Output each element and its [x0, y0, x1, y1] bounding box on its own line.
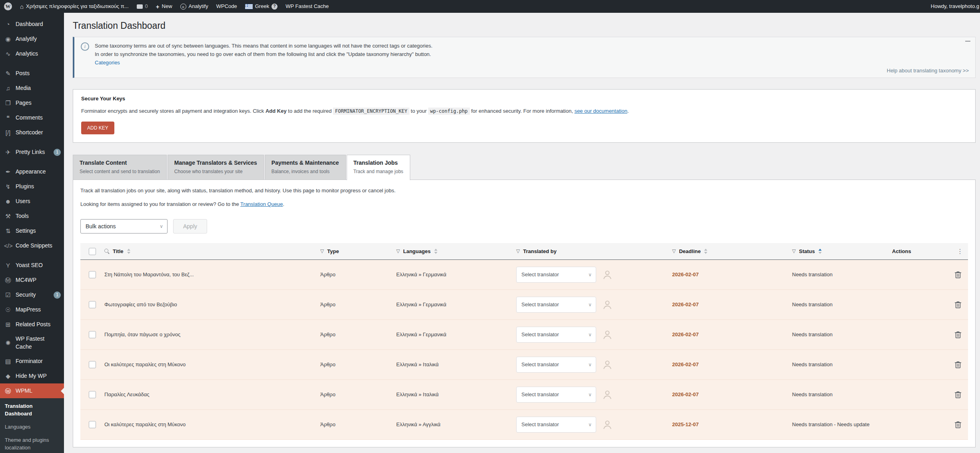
- select-translator-dropdown[interactable]: Select translator ∨: [516, 357, 596, 373]
- select-translator-dropdown[interactable]: Select translator ∨: [516, 267, 596, 283]
- bulk-actions-select[interactable]: Bulk actions ∨: [80, 219, 168, 233]
- sort-up-icon[interactable]: [704, 249, 707, 251]
- sidebar-item-analytify[interactable]: ◉ Analytify: [0, 32, 64, 46]
- sidebar-item-posts[interactable]: ✎ Posts: [0, 66, 64, 81]
- sort-down-icon[interactable]: [704, 252, 707, 254]
- tab-translation-jobs[interactable]: Translation Jobs Track and manage jobs: [347, 155, 410, 180]
- assign-translator-button[interactable]: [601, 418, 614, 431]
- row-checkbox[interactable]: [89, 361, 96, 368]
- sort-up-icon[interactable]: [818, 249, 822, 251]
- row-checkbox[interactable]: [89, 301, 96, 308]
- column-header-status[interactable]: ▽ Status: [792, 248, 892, 255]
- wpcode-menu[interactable]: WPCode: [212, 0, 241, 13]
- column-header-type[interactable]: ▽ Type: [320, 248, 396, 255]
- sidebar-item-code-snippets[interactable]: </> Code Snippets: [0, 238, 64, 253]
- wp-logo-menu[interactable]: W: [0, 0, 16, 13]
- sort-down-icon[interactable]: [127, 252, 130, 254]
- sidebar-item-settings[interactable]: ⇅ Settings: [0, 224, 64, 238]
- translation-queue-link[interactable]: Translation Queue: [240, 201, 283, 207]
- delete-job-button[interactable]: [954, 300, 962, 309]
- tab-manage-translators-services[interactable]: Manage Translators & Services Choose who…: [168, 155, 264, 180]
- new-content-menu[interactable]: + New: [152, 0, 176, 13]
- search-icon[interactable]: [104, 249, 110, 254]
- sidebar-item-shortcoder[interactable]: [/] Shortcoder: [0, 125, 64, 140]
- add-key-button[interactable]: ADD KEY: [81, 122, 114, 134]
- site-name-menu[interactable]: ⌂ Χρήσιμες πληροφορίες για ταξιδιωτικούς…: [16, 0, 133, 13]
- job-title: Στη Νάπολη του Μαραντόνα, του Βεζ...: [104, 271, 320, 278]
- submenu-item-theme-and-plugins-localization[interactable]: Theme and plugins localization: [0, 434, 64, 453]
- sidebar-item-appearance[interactable]: ✒ Appearance: [0, 164, 64, 179]
- select-translator-dropdown[interactable]: Select translator ∨: [516, 297, 596, 313]
- sidebar-item-media[interactable]: ♫ Media: [0, 81, 64, 96]
- select-translator-dropdown[interactable]: Select translator ∨: [516, 417, 596, 433]
- row-checkbox[interactable]: [89, 331, 96, 338]
- sidebar-item-hide-my-wp[interactable]: ◆ Hide My WP: [0, 369, 64, 383]
- categories-link[interactable]: Categories: [95, 59, 120, 66]
- filter-funnel-icon[interactable]: ▽: [792, 248, 796, 255]
- row-checkbox[interactable]: [89, 421, 96, 428]
- table-options-kebab-icon[interactable]: ⋮: [954, 247, 966, 256]
- filter-funnel-icon[interactable]: ▽: [396, 248, 400, 255]
- apply-button[interactable]: Apply: [173, 219, 207, 233]
- sidebar-item-pages[interactable]: ❐ Pages: [0, 96, 64, 110]
- assign-translator-button[interactable]: [601, 268, 614, 281]
- sidebar-item-security[interactable]: ☑ Security 1: [0, 287, 64, 302]
- select-translator-dropdown[interactable]: Select translator ∨: [516, 387, 596, 403]
- select-all-checkbox[interactable]: [89, 248, 96, 255]
- sidebar-item-related-posts[interactable]: ⊞ Related Posts: [0, 317, 64, 332]
- tab-translate-content[interactable]: Translate Content Select content and sen…: [73, 155, 167, 180]
- tab-payments-maintenance[interactable]: Payments & Maintenance Balance, invoices…: [265, 155, 346, 180]
- submenu-item-translation-dashboard[interactable]: Translation Dashboard: [0, 400, 64, 421]
- wp-fastest-cache-menu[interactable]: WP Fastest Cache: [281, 0, 333, 13]
- select-translator-dropdown[interactable]: Select translator ∨: [516, 327, 596, 343]
- column-header-languages[interactable]: ▽ Languages: [396, 248, 516, 255]
- delete-job-button[interactable]: [954, 330, 962, 339]
- sidebar-item-tools[interactable]: ⚒ Tools: [0, 209, 64, 224]
- sidebar-item-yoast-seo[interactable]: Y Yoast SEO: [0, 258, 64, 273]
- filter-funnel-icon[interactable]: ▽: [320, 248, 324, 255]
- sidebar-item-forminator[interactable]: ▤ Forminator: [0, 354, 64, 369]
- sort-arrows-icon[interactable]: [127, 249, 130, 254]
- sidebar-item-analytics[interactable]: ∿ Analytics: [0, 46, 64, 61]
- assign-translator-button[interactable]: [601, 298, 614, 311]
- sort-up-icon[interactable]: [434, 249, 437, 251]
- column-header-deadline[interactable]: ▽ Deadline: [672, 248, 792, 255]
- sidebar-item-wp-fastest-cache[interactable]: ✺ WP Fastest Cache: [0, 332, 64, 354]
- row-checkbox[interactable]: [89, 391, 96, 398]
- filter-funnel-icon[interactable]: ▽: [672, 248, 676, 255]
- sort-up-icon[interactable]: [127, 249, 130, 251]
- sort-down-icon[interactable]: [818, 252, 822, 254]
- sort-arrows-icon[interactable]: [704, 249, 707, 254]
- assign-translator-button[interactable]: [601, 388, 614, 401]
- comments-menu[interactable]: 0: [133, 0, 152, 13]
- cheetah-icon: ✺: [4, 339, 12, 347]
- sidebar-item-users[interactable]: ☻ Users: [0, 194, 64, 209]
- sort-arrows-icon[interactable]: [818, 249, 822, 254]
- column-header-translated-by[interactable]: ▽ Translated by: [516, 248, 672, 255]
- collapse-dash-icon[interactable]: [965, 41, 970, 42]
- sidebar-item-comments[interactable]: ❝ Comments: [0, 110, 64, 125]
- sidebar-item-mc4wp[interactable]: Ⓜ MC4WP: [0, 273, 64, 287]
- howdy-account-menu[interactable]: Howdy, travelphoto.g: [927, 0, 980, 13]
- delete-job-button[interactable]: [954, 270, 962, 279]
- sidebar-item-plugins[interactable]: ↯ Plugins: [0, 179, 64, 194]
- sidebar-item-wpml[interactable]: Ⓦ WPML: [0, 383, 64, 398]
- documentation-link[interactable]: see our documentation: [575, 108, 627, 114]
- column-header-title[interactable]: Title: [104, 248, 320, 255]
- filter-funnel-icon[interactable]: ▽: [516, 248, 520, 255]
- row-checkbox[interactable]: [89, 271, 96, 278]
- analytify-menu[interactable]: ılı Analytify: [176, 0, 212, 13]
- sort-arrows-icon[interactable]: [434, 249, 437, 254]
- sidebar-item-pretty-links[interactable]: ✈ Pretty Links 1: [0, 145, 64, 160]
- sidebar-item-dashboard[interactable]: ◔ Dashboard: [0, 17, 64, 32]
- delete-job-button[interactable]: [954, 360, 962, 369]
- submenu-item-languages[interactable]: Languages: [0, 421, 64, 434]
- assign-translator-button[interactable]: [601, 328, 614, 341]
- sort-down-icon[interactable]: [434, 252, 437, 254]
- sidebar-item-mappress[interactable]: ☉ MapPress: [0, 302, 64, 317]
- taxonomy-help-link[interactable]: Help about translating taxonomy >>: [81, 67, 969, 74]
- delete-job-button[interactable]: [954, 390, 962, 399]
- delete-job-button[interactable]: [954, 420, 962, 429]
- assign-translator-button[interactable]: [601, 358, 614, 371]
- language-switcher-menu[interactable]: Greek ?: [241, 0, 281, 13]
